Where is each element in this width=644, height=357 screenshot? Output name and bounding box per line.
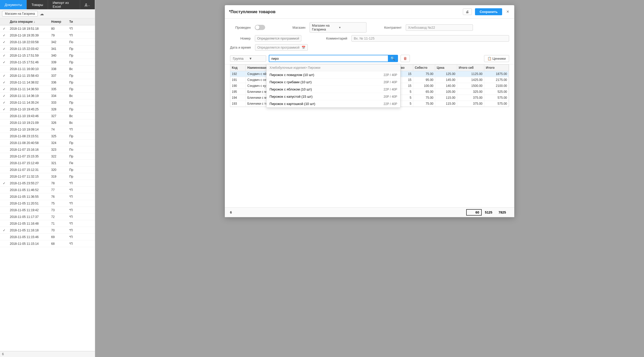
suggestions-header: Хлебобулочные изделия> Пирожки [266,64,400,71]
row-cost: 75.00 [413,71,435,77]
row-date: 2018-11-15 17:51:59 [8,53,50,58]
calendar-icon[interactable]: 📅 [302,46,305,49]
list-item[interactable]: ✓ 2018-11-15 17:51:59 340 Пр [0,52,95,59]
row-type: Вс [68,67,95,71]
list-item[interactable]: ✓ 2018-11-15 17:51:46 339 Пр [0,59,95,66]
check-icon: ✓ [0,87,8,92]
list-item[interactable]: 2018-11-07 15:15:35 322 Пр [0,153,95,160]
left-panel: Документы Товары Импорт из Excel Д... Ма… [0,0,95,357]
list-item[interactable]: 2018-11-07 15:12:31 320 Пр [0,166,95,173]
row-date: 2018-11-07 15:12:31 [8,168,50,172]
list-item[interactable]: 2018-11-05 11:15:46 69 *П [0,234,95,240]
list-item[interactable]: ✓ 2018-11-18 19:51:18 80 *П [0,25,95,32]
list-item[interactable]: 2018-11-10 19:09:14 74 *П [0,126,95,133]
suggestion-item[interactable]: Пирожок с повидлом (10 шт) 22Р / 40Р [266,71,400,79]
list-item[interactable]: ✓ 2018-11-11 14:38:02 336 Пр [0,79,95,86]
search-box: 🔍 [269,55,398,62]
store-dropdown[interactable]: Магазин на Гагарина ▼ [310,22,366,33]
row-type: *П [68,188,95,192]
row-date: 2018-11-11 14:36:19 [8,94,50,98]
row-num: 72 [50,215,68,219]
row-date: 2018-11-05 23:55:27 [8,181,50,186]
list-item[interactable]: ✓ 2018-11-05 23:55:27 78 *П [0,180,95,187]
check-icon: ✓ [0,73,8,78]
list-item[interactable]: 2018-11-05 11:16:48 71 *П [0,220,95,227]
conducted-toggle[interactable] [255,25,265,30]
list-item[interactable]: 2018-11-05 11:20:51 75 *П [0,200,95,207]
row-num: 80 [50,26,68,31]
column-header: Код [230,65,246,71]
row-type: *П [68,33,95,38]
row-type: Пр [68,80,95,85]
row-price: 115.00 [435,101,457,107]
suggestion-item[interactable]: Пирожок с яблоком (10 шт) 22Р / 40Р [266,86,400,93]
number-input[interactable] [255,35,301,42]
row-num: 339 [50,60,68,65]
row-date: 2018-11-05 11:16:18 [8,228,50,233]
list-item[interactable]: ✓ 2018-11-11 14:36:19 334 Вс [0,93,95,99]
row-type: Пр [68,73,95,78]
row-num: 327 [50,114,68,118]
group-dropdown[interactable]: Группа ▼ [230,55,266,62]
check-icon: ✓ [0,100,8,105]
suggestion-item[interactable]: Пирожок с грибами (10 шт) 20Р / 40Р [266,79,400,86]
tab-more[interactable]: Д... [80,0,95,9]
row-type: *П [68,241,95,246]
list-item[interactable]: 2018-11-05 11:19:42 73 *П [0,207,95,214]
suggestion-item[interactable]: Пирожок с капустой (15 шт) 20Р / 40Р [266,93,400,100]
row-date: 2018-11-07 15:16:16 [8,147,50,152]
list-item[interactable]: ✓ 2018-11-15 22:03:42 341 Пр [0,45,95,52]
list-item[interactable]: 2018-11-10 19:21:09 326 Вс [0,119,95,126]
list-item[interactable]: 2018-11-05 11:36:55 76 *П [0,193,95,200]
store-button[interactable]: Магазин на Гагарина [2,11,38,17]
price-labels-button[interactable]: 📋 Ценники [484,55,509,62]
row-code: 190 [230,83,246,89]
check-icon [0,122,8,123]
check-icon [0,189,8,191]
list-item[interactable]: ✓ 2018-11-11 14:35:24 333 Пр [0,99,95,106]
list-header: Дата операции ↓ Номер Ти [0,18,95,25]
list-item[interactable]: 2018-11-10 19:43:46 327 Вс [0,113,95,119]
close-button[interactable]: × [505,9,510,14]
row-cost: 95.00 [413,77,435,83]
tab-import[interactable]: Импорт из Excel [48,0,80,9]
list-item[interactable]: 2018-11-05 11:15:14 68 *П [0,240,95,247]
list-item[interactable]: 2018-11-11 16:00:10 338 Вс [0,66,95,72]
document-list[interactable]: ✓ 2018-11-18 19:51:18 80 *П ✓ 2018-11-18… [0,25,95,351]
row-type: Пе [68,161,95,165]
list-item[interactable]: 2018-11-08 20:40:58 324 Пр [0,140,95,146]
row-date: 2018-11-11 14:36:50 [8,87,50,92]
delete-button[interactable]: 🗑 [401,55,410,62]
list-item[interactable]: ✓ 2018-11-05 11:16:18 70 *П [0,227,95,234]
contractor-input[interactable] [406,24,473,31]
row-num: 325 [50,134,68,139]
list-item[interactable]: 2018-11-05 11:17:37 72 *П [0,214,95,220]
save-button[interactable]: Сохранить [475,8,502,15]
check-icon: ✓ [0,94,8,98]
print-button[interactable]: 🖨 [463,9,472,15]
search-input[interactable] [269,56,388,62]
search-button[interactable]: 🔍 [388,55,397,62]
list-item[interactable]: ✓ 2018-11-11 15:58:43 337 Пр [0,72,95,79]
list-item[interactable]: ✓ 2018-11-11 14:36:50 335 Пр [0,86,95,93]
comment-input[interactable] [351,35,509,42]
list-item[interactable]: ✓ 2018-11-18 22:03:58 342 По [0,39,95,45]
row-code: 195 [230,89,246,95]
list-item[interactable]: ✓ 2018-11-18 19:35:39 79 *П [0,32,95,39]
row-date: 2018-11-08 20:40:58 [8,141,50,145]
list-item[interactable]: 2018-11-08 23:15:51 325 Пр [0,133,95,140]
row-date: 2018-11-10 19:21:09 [8,120,50,125]
check-icon [0,176,8,177]
comment-label: Комментарий [326,36,347,40]
list-item[interactable]: 2018-11-07 15:16:16 323 По [0,146,95,153]
row-date: 2018-11-05 11:19:42 [8,208,50,212]
tab-documents[interactable]: Документы [0,0,27,9]
suggestion-item[interactable]: Пирожок с картошкой (10 шт) 22Р / 40Р [266,100,400,108]
list-item[interactable]: 2018-11-07 15:12:49 321 Пе [0,160,95,166]
list-item[interactable]: 2018-11-07 11:32:15 319 Пр [0,173,95,180]
list-item[interactable]: 2018-11-05 11:46:52 77 *П [0,187,95,193]
list-item[interactable]: ✓ 2018-11-10 19:45:25 328 Пр [0,106,95,113]
check-icon [0,196,8,197]
tab-goods[interactable]: Товары [27,0,48,9]
row-code: 194 [230,95,246,101]
